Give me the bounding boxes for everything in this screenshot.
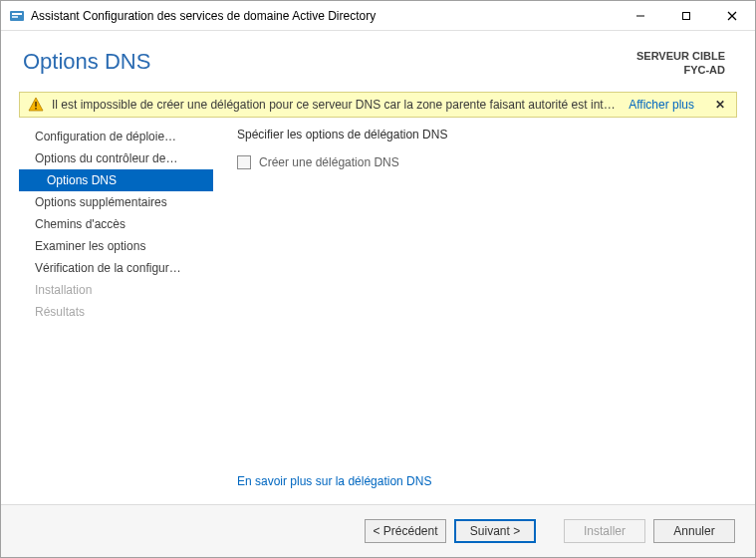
svg-rect-9 xyxy=(35,108,37,110)
maximize-button[interactable] xyxy=(663,1,709,30)
sidebar-nav: Configuration de déploie… Options du con… xyxy=(19,124,213,504)
install-button: Installer xyxy=(564,519,645,543)
header: Options DNS SERVEUR CIBLE FYC-AD xyxy=(1,31,755,88)
sidebar-item-dns-options[interactable]: Options DNS xyxy=(19,169,213,191)
next-button[interactable]: Suivant > xyxy=(454,519,536,543)
sidebar-item-install: Installation xyxy=(19,279,213,301)
body: Configuration de déploie… Options du con… xyxy=(1,124,755,504)
section-heading: Spécifier les options de délégation DNS xyxy=(237,128,733,141)
target-server-name: FYC-AD xyxy=(636,63,725,77)
app-icon xyxy=(9,8,25,24)
button-gap xyxy=(544,519,556,543)
sidebar-item-review[interactable]: Examiner les options xyxy=(19,235,213,257)
checkbox-row-create-delegation: Créer une délégation DNS xyxy=(237,155,733,169)
banner-close-button[interactable]: ✕ xyxy=(712,97,728,113)
svg-rect-4 xyxy=(683,12,690,19)
previous-button[interactable]: < Précédent xyxy=(365,519,446,543)
sidebar-item-dc-options[interactable]: Options du contrôleur de… xyxy=(19,147,213,169)
main-content: Spécifier les options de délégation DNS … xyxy=(213,124,737,504)
create-delegation-checkbox[interactable] xyxy=(237,155,251,169)
footer: < Précédent Suivant > Installer Annuler xyxy=(1,505,755,557)
sidebar-item-paths[interactable]: Chemins d'accès xyxy=(19,213,213,235)
cancel-button[interactable]: Annuler xyxy=(653,519,735,543)
show-more-link[interactable]: Afficher plus xyxy=(629,98,694,112)
sidebar-item-deploy-config[interactable]: Configuration de déploie… xyxy=(19,126,213,147)
window-controls xyxy=(618,1,755,30)
warning-banner: Il est impossible de créer une délégatio… xyxy=(19,92,737,118)
warning-text: Il est impossible de créer une délégatio… xyxy=(52,98,617,112)
sidebar-item-results: Résultats xyxy=(19,301,213,323)
learn-more-link[interactable]: En savoir plus sur la délégation DNS xyxy=(237,474,733,500)
svg-rect-1 xyxy=(12,13,22,15)
page-title: Options DNS xyxy=(23,49,150,75)
sidebar-item-prereq-check[interactable]: Vérification de la configur… xyxy=(19,257,213,279)
spacer xyxy=(237,169,733,474)
title-bar: Assistant Configuration des services de … xyxy=(1,1,755,31)
target-server-block: SERVEUR CIBLE FYC-AD xyxy=(636,49,725,78)
minimize-button[interactable] xyxy=(618,1,663,30)
warning-icon xyxy=(28,97,44,113)
wizard-window: Assistant Configuration des services de … xyxy=(0,0,756,558)
target-server-label: SERVEUR CIBLE xyxy=(636,49,725,63)
window-title: Assistant Configuration des services de … xyxy=(31,9,618,23)
svg-rect-2 xyxy=(12,16,18,18)
close-button[interactable] xyxy=(709,1,755,30)
sidebar-item-additional-options[interactable]: Options supplémentaires xyxy=(19,191,213,213)
create-delegation-label: Créer une délégation DNS xyxy=(259,155,399,169)
svg-rect-8 xyxy=(35,102,37,107)
